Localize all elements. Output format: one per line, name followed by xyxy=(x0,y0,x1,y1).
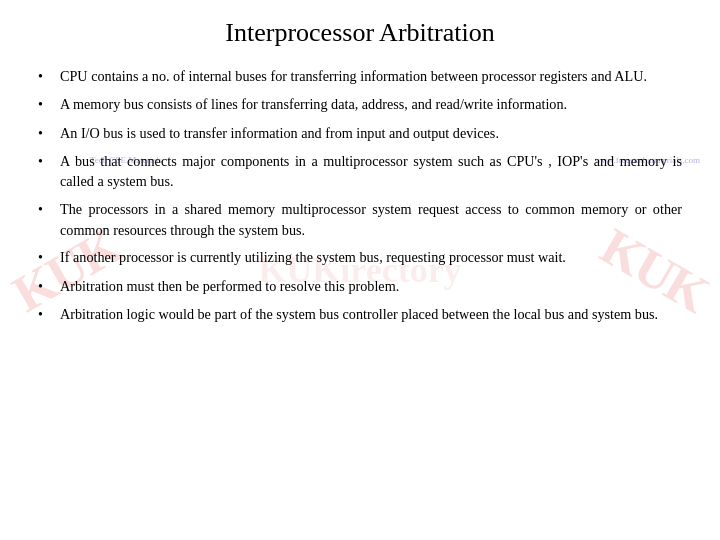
bullet-symbol: • xyxy=(38,152,56,172)
list-item: •If another processor is currently utili… xyxy=(38,247,682,268)
bullet-symbol: • xyxy=(38,277,56,297)
list-item: •The processors in a shared memory multi… xyxy=(38,199,682,240)
list-item-text: If another processor is currently utiliz… xyxy=(60,247,682,268)
list-item-text: CPU contains a no. of internal buses for… xyxy=(60,66,682,87)
bullet-symbol: • xyxy=(38,95,56,115)
list-item: •Arbitration must then be performed to r… xyxy=(38,276,682,297)
page-title: Interprocessor Arbitration xyxy=(38,18,682,48)
list-item: •CPU contains a no. of internal buses fo… xyxy=(38,66,682,87)
bullet-list: •CPU contains a no. of internal buses fo… xyxy=(38,66,682,325)
list-item: •An I/O bus is used to transfer informat… xyxy=(38,123,682,144)
bullet-symbol: • xyxy=(38,67,56,87)
bullet-symbol: • xyxy=(38,200,56,220)
list-item-text: An I/O bus is used to transfer informati… xyxy=(60,123,682,144)
list-item-text: A memory bus consists of lines for trans… xyxy=(60,94,682,115)
list-item: •A bus that connects major components in… xyxy=(38,151,682,192)
list-item-text: A bus that connects major components in … xyxy=(60,151,682,192)
list-item: •Arbitration logic would be part of the … xyxy=(38,304,682,325)
main-content: Interprocessor Arbitration •CPU contains… xyxy=(0,0,720,346)
list-item: •A memory bus consists of lines for tran… xyxy=(38,94,682,115)
bullet-symbol: • xyxy=(38,248,56,268)
list-item-text: Arbitration must then be performed to re… xyxy=(60,276,682,297)
bullet-symbol: • xyxy=(38,305,56,325)
bullet-symbol: • xyxy=(38,124,56,144)
list-item-text: The processors in a shared memory multip… xyxy=(60,199,682,240)
list-item-text: Arbitration logic would be part of the s… xyxy=(60,304,682,325)
